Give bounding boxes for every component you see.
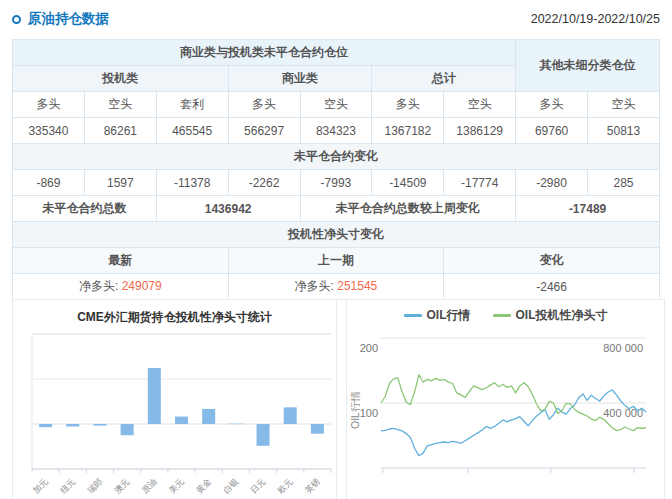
bar-加元: [39, 424, 52, 427]
table-row: 最新 上一期 变化: [13, 248, 660, 274]
open-interest-cell: 335340: [13, 118, 85, 144]
svg-text:黄金: 黄金: [193, 476, 213, 496]
net-latest-cell: 净多头: 249079: [13, 274, 229, 300]
change-cell: -11378: [156, 170, 228, 196]
other-header-cell: 其他未细分类仓位: [516, 40, 660, 92]
svg-text:800 000: 800 000: [603, 342, 643, 354]
subgroup-cell: 商业类: [228, 66, 372, 92]
svg-text:美元: 美元: [167, 476, 186, 495]
svg-text:200: 200: [360, 342, 378, 354]
change-cell: -869: [13, 170, 85, 196]
column-header-cell: 多头: [228, 92, 300, 118]
group-header-cell: 商业类与投机类未平仓合约仓位: [13, 40, 516, 66]
net-header-cell: 最新: [13, 248, 229, 274]
bar-英镑: [311, 424, 324, 434]
total-value-cell: 1436942: [156, 196, 300, 222]
column-header-cell: 多头: [372, 92, 444, 118]
subgroup-cell: 总计: [372, 66, 516, 92]
table-row: 未平仓合约变化: [13, 144, 660, 170]
svg-text:纽元: 纽元: [57, 476, 77, 496]
bar-澳元: [121, 424, 134, 435]
table-row: 商业类与投机类未平仓合约仓位 其他未细分类仓位: [13, 40, 660, 66]
change-cell: 1597: [84, 170, 156, 196]
svg-text:欧元: 欧元: [276, 476, 295, 495]
bar-日元: [257, 424, 270, 446]
open-interest-cell: 1386129: [444, 118, 516, 144]
net-prev-cell: 净多头: 251545: [228, 274, 444, 300]
column-header-cell: 空头: [84, 92, 156, 118]
table-row: 多头 空头 套利 多头 空头 多头 空头 多头 空头: [13, 92, 660, 118]
svg-text:OIL行情: OIL行情: [349, 391, 361, 429]
net-long-label: 净多头:: [79, 279, 118, 293]
open-interest-cell: 465545: [156, 118, 228, 144]
svg-text:400 000: 400 000: [603, 407, 643, 419]
net-long-label: 净多头:: [295, 279, 334, 293]
open-interest-cell: 1367182: [372, 118, 444, 144]
total-change-label-cell: 未平仓合约总数较上周变化: [300, 196, 516, 222]
table-row: 净多头: 249079 净多头: 251545 -2466: [13, 274, 660, 300]
open-interest-cell: 834323: [300, 118, 372, 144]
table-row: -869 1597 -11378 -2262 -7993 -14509 -177…: [13, 170, 660, 196]
date-range: 2022/10/19-2022/10/25: [531, 12, 660, 26]
bar-纽元: [66, 424, 79, 426]
line-series-0: [381, 390, 646, 456]
bullet-circle-icon: [12, 15, 21, 24]
bar-黄金: [202, 409, 215, 424]
net-latest-value: 249079: [122, 279, 162, 293]
bar-瑞郎: [93, 424, 106, 426]
net-change-cell: -2466: [444, 274, 660, 300]
svg-text:澳元: 澳元: [112, 476, 131, 495]
change-cell: -17774: [444, 170, 516, 196]
table-row: 投机性净头寸变化: [13, 222, 660, 248]
open-interest-cell: 50813: [588, 118, 660, 144]
net-prev-value: 251545: [337, 279, 377, 293]
open-interest-cell: 566297: [228, 118, 300, 144]
svg-text:日元: 日元: [248, 476, 267, 495]
change-cell: -2262: [228, 170, 300, 196]
section-header-change: 未平仓合约变化: [13, 144, 660, 170]
bar-chart-panel: CME外汇期货持仓投机性净头寸统计 加元纽元瑞郎澳元原油美元黄金白银日元欧元英镑: [12, 299, 337, 499]
table-row: 未平仓合约总数 1436942 未平仓合约总数较上周变化 -17489: [13, 196, 660, 222]
svg-text:100: 100: [360, 407, 378, 419]
svg-text:加元: 加元: [31, 476, 50, 495]
total-change-value-cell: -17489: [516, 196, 660, 222]
section-header-net: 投机性净头寸变化: [13, 222, 660, 248]
column-header-cell: 多头: [516, 92, 588, 118]
svg-text:英镑: 英镑: [302, 476, 322, 496]
change-cell: -2980: [516, 170, 588, 196]
page-title: 原油持仓数据: [28, 10, 109, 28]
net-header-cell: 变化: [444, 248, 660, 274]
bar-原油: [148, 368, 161, 424]
page-header: 原油持仓数据 2022/10/19-2022/10/25: [12, 8, 660, 30]
net-header-cell: 上一期: [228, 248, 444, 274]
column-header-cell: 空头: [588, 92, 660, 118]
line-chart-panel: OIL行情 OIL投机性净头寸 200100800 000400 000OIL行…: [346, 299, 665, 499]
column-header-cell: 套利: [156, 92, 228, 118]
column-header-cell: 多头: [13, 92, 85, 118]
cme-net-position-bar-chart: 加元纽元瑞郎澳元原油美元黄金白银日元欧元英镑: [13, 300, 338, 499]
svg-text:白银: 白银: [221, 476, 240, 495]
bar-白银: [229, 424, 242, 425]
crude-oil-positions-page: 原油持仓数据 2022/10/19-2022/10/25 商业类与投机类未平仓合…: [0, 0, 672, 499]
positions-table: 商业类与投机类未平仓合约仓位 其他未细分类仓位 投机类 商业类 总计 多头 空头…: [12, 39, 660, 300]
change-cell: -14509: [372, 170, 444, 196]
bar-欧元: [284, 407, 297, 424]
open-interest-cell: 86261: [84, 118, 156, 144]
column-header-cell: 空头: [300, 92, 372, 118]
change-cell: 285: [588, 170, 660, 196]
subgroup-cell: 投机类: [13, 66, 229, 92]
table-row: 335340 86261 465545 566297 834323 136718…: [13, 118, 660, 144]
bar-美元: [175, 417, 188, 424]
open-interest-cell: 69760: [516, 118, 588, 144]
oil-price-net-position-line-chart: 200100800 000400 000OIL行情: [347, 300, 666, 499]
svg-text:原油: 原油: [140, 476, 159, 495]
column-header-cell: 空头: [444, 92, 516, 118]
change-cell: -7993: [300, 170, 372, 196]
total-label-cell: 未平仓合约总数: [13, 196, 157, 222]
svg-text:瑞郎: 瑞郎: [85, 476, 104, 495]
